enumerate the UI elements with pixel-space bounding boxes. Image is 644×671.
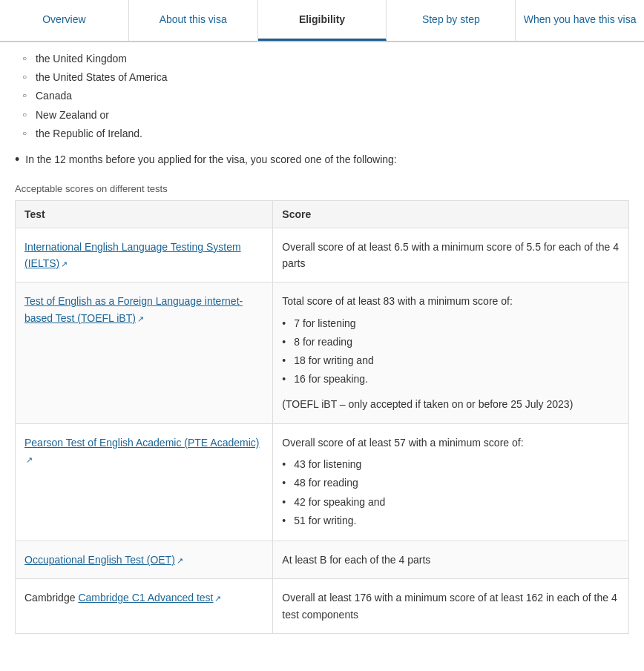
score-cell: Overall at least 176 with a minimum scor… bbox=[273, 579, 629, 634]
table-row: Pearson Test of English Academic (PTE Ac… bbox=[16, 423, 629, 541]
score-list-item: 42 for speaking and bbox=[282, 493, 620, 512]
pte-link[interactable]: Pearson Test of English Academic (PTE Ac… bbox=[24, 437, 259, 465]
col-score-header: Score bbox=[273, 200, 629, 228]
ielts-link[interactable]: International English Language Testing S… bbox=[24, 241, 241, 269]
table-row: Occupational English Test (OET)↗At least… bbox=[16, 541, 629, 578]
score-cell: At least B for each of the 4 parts bbox=[273, 541, 629, 578]
nav-item-overview[interactable]: Overview bbox=[0, 0, 129, 41]
nav-item-eligibility[interactable]: Eligibility bbox=[258, 0, 387, 41]
country-item: the Republic of Ireland. bbox=[22, 125, 629, 143]
cambridge-link[interactable]: Cambridge C1 Advanced test↗ bbox=[78, 592, 221, 604]
score-note: (TOEFL iBT – only accepted if taken on o… bbox=[282, 396, 620, 412]
test-cell: International English Language Testing S… bbox=[16, 228, 273, 282]
country-item: Canada bbox=[22, 87, 629, 105]
score-list-item: 48 for reading bbox=[282, 474, 620, 492]
score-text: Overall score of at least 6.5 with a min… bbox=[282, 241, 619, 269]
nav-item-step-by-step[interactable]: Step by step bbox=[387, 0, 516, 41]
score-list-item: 18 for writing and bbox=[282, 351, 620, 370]
external-link-icon: ↗ bbox=[177, 555, 183, 568]
score-list-item: 7 for listening bbox=[282, 314, 620, 333]
score-text: Overall at least 176 with a minimum scor… bbox=[282, 592, 617, 620]
intro-bullet: In the 12 months before you applied for … bbox=[15, 152, 629, 168]
country-item: the United Kingdom bbox=[22, 50, 629, 68]
score-sub-list: 43 for listening48 for reading42 for spe… bbox=[282, 455, 620, 530]
nav-item-about-this-visa[interactable]: About this visa bbox=[129, 0, 258, 41]
score-text: At least B for each of the 4 parts bbox=[282, 554, 430, 566]
test-cell: Occupational English Test (OET)↗ bbox=[16, 541, 273, 578]
score-text: Overall score of at least 57 with a mini… bbox=[282, 437, 523, 449]
main-content: the United Kingdomthe United States of A… bbox=[0, 42, 644, 649]
score-cell: Total score of at least 83 with a minimu… bbox=[273, 282, 629, 424]
score-sub-list: 7 for listening8 for reading18 for writi… bbox=[282, 314, 620, 389]
col-test-header: Test bbox=[16, 200, 273, 228]
external-link-icon: ↗ bbox=[61, 258, 68, 271]
score-list-item: 43 for listening bbox=[282, 455, 620, 474]
test-cell: Pearson Test of English Academic (PTE Ac… bbox=[16, 423, 273, 541]
score-text: Total score of at least 83 with a minimu… bbox=[282, 295, 512, 307]
score-cell: Overall score of at least 57 with a mini… bbox=[273, 423, 629, 541]
country-item: New Zealand or bbox=[22, 106, 629, 125]
table-row: Cambridge Cambridge C1 Advanced test↗Ove… bbox=[16, 579, 629, 634]
toefl-link[interactable]: Test of English as a Foreign Language in… bbox=[24, 295, 243, 323]
nav-item-when-you-have-this-visa[interactable]: When you have this visa bbox=[516, 0, 644, 41]
table-row: Test of English as a Foreign Language in… bbox=[16, 282, 629, 424]
external-link-icon: ↗ bbox=[26, 454, 33, 467]
test-cell: Test of English as a Foreign Language in… bbox=[16, 282, 273, 424]
score-cell: Overall score of at least 6.5 with a min… bbox=[273, 228, 629, 282]
test-prefix: Cambridge bbox=[24, 592, 78, 604]
test-score-table: Test Score International English Languag… bbox=[15, 200, 629, 635]
oet-link[interactable]: Occupational English Test (OET)↗ bbox=[24, 554, 183, 566]
external-link-icon: ↗ bbox=[137, 313, 144, 326]
score-list-item: 8 for reading bbox=[282, 333, 620, 351]
score-list-item: 16 for speaking. bbox=[282, 370, 620, 389]
country-item: the United States of America bbox=[22, 68, 629, 87]
external-link-icon: ↗ bbox=[214, 592, 221, 606]
country-list: the United Kingdomthe United States of A… bbox=[15, 50, 629, 143]
table-row: International English Language Testing S… bbox=[16, 228, 629, 282]
nav-bar: OverviewAbout this visaEligibilityStep b… bbox=[0, 0, 644, 42]
table-heading: Acceptable scores on different tests bbox=[15, 183, 629, 194]
test-cell: Cambridge Cambridge C1 Advanced test↗ bbox=[16, 579, 273, 634]
score-list-item: 51 for writing. bbox=[282, 512, 620, 530]
